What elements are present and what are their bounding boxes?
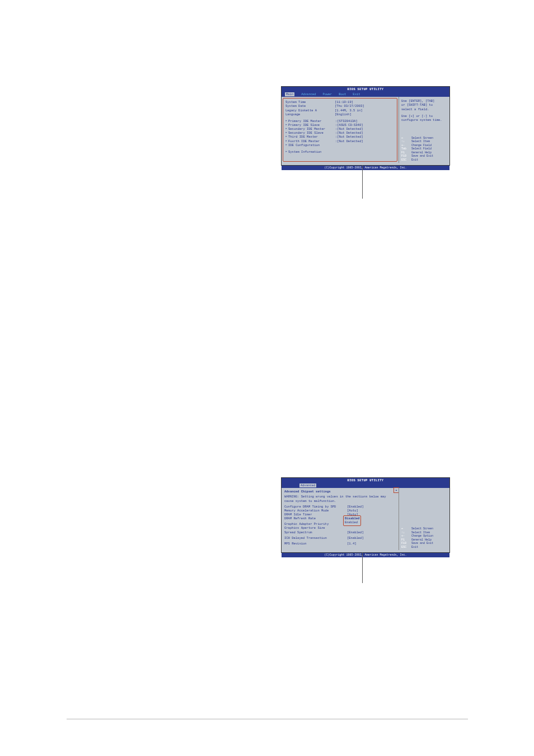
copyright-footer: (C)Copyright 1985-2002, American Megatre…: [282, 166, 449, 171]
row-graphic-priority[interactable]: Graphic Adapter Priority: [284, 522, 396, 526]
row-mem-accel[interactable]: Memory Acceleration Mode[Auto]: [284, 509, 396, 513]
help-line: or [SHIFT-TAB] to: [401, 103, 447, 107]
row-dram-refresh[interactable]: DRAM Refresh Rate: [284, 516, 396, 520]
bios-title: BIOS SETUP UTILITY: [282, 478, 449, 483]
row-ide-configuration[interactable]: IDE Configuration: [285, 143, 395, 147]
row-primary-ide-master[interactable]: Primary IDE Master:[ST320413A]: [285, 119, 395, 123]
row-system-information[interactable]: System Information: [285, 150, 395, 154]
help-panel: ⇔Select Screen ↑↓Select Item +-Change Op…: [399, 488, 449, 550]
bios-main-screenshot: BIOS SETUP UTILITY Main Advanced Power B…: [281, 86, 450, 166]
help-line: Use [ENTER], [TAB]: [401, 99, 447, 103]
menu-power[interactable]: Power: [323, 92, 332, 96]
callout-line: [362, 165, 363, 199]
row-third-ide-master[interactable]: Third IDE Master:[Not Detected]: [285, 135, 395, 139]
content-area: ▲ Advanced Chipset settings WARNING: Set…: [282, 488, 449, 550]
row-dram-spd[interactable]: Configure DRAM Timing by SPD[Enabled]: [284, 505, 396, 509]
callout-line: [362, 552, 363, 583]
main-panel: ▲ Advanced Chipset settings WARNING: Set…: [282, 488, 399, 550]
row-primary-ide-slave[interactable]: Primary IDE Slave:[ASUS CD-S340]: [285, 123, 395, 127]
nav-keys: ⇔Select Screen ↑↓Select Item +-Change Fi…: [401, 137, 448, 162]
row-dram-idle[interactable]: DRAM Idle Timer[Auto]: [284, 513, 396, 516]
row-graphics-aperture[interactable]: Graphics Aperture Size: [284, 526, 396, 530]
option-enabled[interactable]: Enabled: [345, 520, 359, 524]
menu-exit[interactable]: Exit: [353, 92, 360, 96]
bios-menu-bar: Main Advanced Power Boot Exit: [282, 92, 449, 97]
copyright-footer: (C)Copyright 1985-2002, American Megatre…: [282, 553, 449, 558]
help-line: select a field.: [401, 107, 447, 111]
help-line: Use [+] or [-] to: [401, 114, 447, 118]
bios-menu-bar: Advanced: [282, 483, 449, 488]
row-secondary-ide-slave[interactable]: Secondary IDE Slave:[Not Detected]: [285, 131, 395, 135]
menu-main[interactable]: Main: [285, 92, 294, 96]
row-system-time[interactable]: System Time[11:10:19]: [285, 100, 395, 104]
bios-advanced-screenshot: BIOS SETUP UTILITY Advanced ▲ Advanced C…: [281, 477, 450, 553]
row-legacy-diskette[interactable]: Legacy Diskette A[1.44M, 3.5 in]: [285, 109, 395, 112]
row-fourth-ide-master[interactable]: Fourth IDE Master:[Not Detected]: [285, 139, 395, 143]
row-language[interactable]: Language[English]: [285, 112, 395, 116]
row-secondary-ide-master[interactable]: Secondary IDE Master:[Not Detected]: [285, 127, 395, 131]
options-popup[interactable]: Disabled Enabled: [343, 515, 361, 525]
row-ich-delayed[interactable]: ICH Delayed Transaction[Enabled]: [284, 536, 396, 540]
menu-advanced[interactable]: Advanced: [301, 92, 316, 96]
content-area: System Time[11:10:19] System Date[Thu 03…: [282, 97, 449, 163]
row-system-date[interactable]: System Date[Thu 03/27/2003]: [285, 104, 395, 108]
help-line: configure system time.: [401, 118, 447, 122]
option-disabled[interactable]: Disabled: [345, 516, 359, 520]
bios-title: BIOS SETUP UTILITY: [282, 87, 449, 92]
nav-keys: ⇔Select Screen ↑↓Select Item +-Change Op…: [401, 527, 448, 549]
row-mps-revision[interactable]: MPS Revision[1.4]: [284, 542, 396, 546]
help-panel: Use [ENTER], [TAB] or [SHIFT-TAB] to sel…: [399, 97, 449, 163]
main-panel: System Time[11:10:19] System Date[Thu 03…: [283, 98, 397, 162]
page-footer-rule: [67, 719, 468, 720]
row-spread-spectrum[interactable]: Spread Spectrum[Enabled]: [284, 530, 396, 534]
menu-boot[interactable]: Boot: [339, 92, 346, 96]
menu-advanced[interactable]: Advanced: [299, 483, 316, 487]
section-title: Advanced Chipset settings: [284, 490, 396, 494]
warning-text: WARNING: Setting wrong values in the sec…: [284, 495, 396, 503]
